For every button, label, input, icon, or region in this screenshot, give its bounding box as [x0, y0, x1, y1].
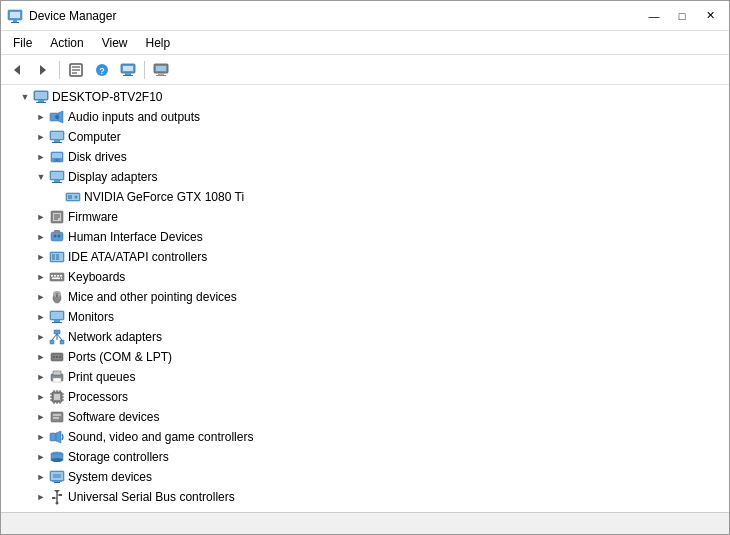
tree-item-disk[interactable]: ► Disk drives [1, 147, 729, 167]
svg-point-42 [75, 196, 78, 199]
tree-item-network[interactable]: ► Network adapters [1, 327, 729, 347]
title-bar-icon [7, 8, 23, 24]
keyboard-toggle[interactable]: ► [33, 269, 49, 285]
toolbar: ? [1, 55, 729, 85]
close-button[interactable]: ✕ [697, 6, 723, 26]
properties-button[interactable] [64, 59, 88, 81]
display-label: Display adapters [68, 170, 157, 184]
tree-root-item[interactable]: ▼ DESKTOP-8TV2F10 [1, 87, 729, 107]
title-bar: Device Manager — □ ✕ [1, 1, 729, 31]
tree-item-audio[interactable]: ► Audio inputs and outputs [1, 107, 729, 127]
status-bar [1, 512, 729, 534]
tree-item-keyboard[interactable]: ► Keyboards [1, 267, 729, 287]
tree-item-display[interactable]: ▼ Display adapters [1, 167, 729, 187]
tree-item-ide[interactable]: ► IDE ATA/ATAPI controllers [1, 247, 729, 267]
ports-toggle[interactable]: ► [33, 349, 49, 365]
software-toggle[interactable]: ► [33, 409, 49, 425]
menu-file[interactable]: File [5, 34, 40, 52]
svg-rect-58 [54, 275, 56, 277]
svg-rect-85 [52, 376, 54, 377]
print-toggle[interactable]: ► [33, 369, 49, 385]
disk-toggle[interactable]: ► [33, 149, 49, 165]
tree-item-print[interactable]: ► Print queues [1, 367, 729, 387]
ide-toggle[interactable]: ► [33, 249, 49, 265]
tree-item-nvidia[interactable]: ► NVIDIA GeForce GTX 1080 Ti [1, 187, 729, 207]
menu-view[interactable]: View [94, 34, 136, 52]
audio-toggle[interactable]: ► [33, 109, 49, 125]
software-label: Software devices [68, 410, 159, 424]
tree-item-computer[interactable]: ► Computer [1, 127, 729, 147]
menu-action[interactable]: Action [42, 34, 91, 52]
svg-point-80 [59, 356, 61, 358]
svg-rect-22 [38, 100, 44, 102]
processors-toggle[interactable]: ► [33, 389, 49, 405]
hid-toggle[interactable]: ► [33, 229, 49, 245]
svg-rect-29 [54, 140, 60, 142]
storage-label: Storage controllers [68, 450, 169, 464]
tree-item-monitors[interactable]: ► Monitors [1, 307, 729, 327]
network-toggle[interactable]: ► [33, 329, 49, 345]
menu-help[interactable]: Help [138, 34, 179, 52]
computer-toggle[interactable]: ► [33, 129, 49, 145]
disk-label: Disk drives [68, 150, 127, 164]
display-toggle[interactable]: ▼ [33, 169, 49, 185]
tree-item-system[interactable]: ► System devices [1, 467, 729, 487]
computer-label: Computer [68, 130, 121, 144]
mice-icon [49, 289, 65, 305]
mice-label: Mice and other pointing devices [68, 290, 237, 304]
monitor-button[interactable] [149, 59, 173, 81]
monitor-icon [153, 62, 169, 78]
tree-item-usb[interactable]: ► Universal Serial Bus controllers [1, 487, 729, 507]
system-toggle[interactable]: ► [33, 469, 49, 485]
usb-label: Universal Serial Bus controllers [68, 490, 235, 504]
computer-icon [120, 62, 136, 78]
svg-rect-57 [51, 275, 53, 277]
tree-item-processors[interactable]: ► Proces [1, 387, 729, 407]
ports-label: Ports (COM & LPT) [68, 350, 172, 364]
audio-label: Audio inputs and outputs [68, 110, 200, 124]
maximize-button[interactable]: □ [669, 6, 695, 26]
tree-item-storage[interactable]: ► Storage controllers [1, 447, 729, 467]
monitors-label: Monitors [68, 310, 114, 324]
sound-toggle[interactable]: ► [33, 429, 49, 445]
help-button[interactable]: ? [90, 59, 114, 81]
toolbar-separator-1 [59, 61, 60, 79]
svg-rect-15 [123, 75, 133, 76]
svg-rect-23 [36, 102, 46, 103]
forward-button[interactable] [31, 59, 55, 81]
monitors-toggle[interactable]: ► [33, 309, 49, 325]
minimize-button[interactable]: — [641, 6, 667, 26]
back-icon [10, 63, 24, 77]
usb-toggle[interactable]: ► [33, 489, 49, 505]
svg-marker-104 [56, 431, 61, 443]
tree-item-mice[interactable]: ► Mice and other pointing devices [1, 287, 729, 307]
scan-computer-button[interactable] [116, 59, 140, 81]
firmware-toggle[interactable]: ► [33, 209, 49, 225]
mice-toggle[interactable]: ► [33, 289, 49, 305]
tree-item-ports[interactable]: ► Ports (COM & LPT) [1, 347, 729, 367]
svg-rect-60 [60, 275, 62, 277]
root-toggle[interactable]: ▼ [17, 89, 33, 105]
svg-rect-21 [35, 92, 47, 99]
storage-toggle[interactable]: ► [33, 449, 49, 465]
svg-rect-17 [156, 66, 166, 71]
tree-item-hid[interactable]: ► Human Interface Devices [1, 227, 729, 247]
tree-item-software[interactable]: ► Software devices [1, 407, 729, 427]
network-label: Network adapters [68, 330, 162, 344]
svg-rect-28 [51, 132, 63, 139]
svg-rect-72 [50, 340, 54, 344]
svg-rect-73 [60, 340, 64, 344]
svg-rect-59 [57, 275, 59, 277]
svg-point-33 [56, 159, 58, 161]
svg-rect-69 [54, 320, 60, 322]
software-icon [49, 409, 65, 425]
system-icon [49, 469, 65, 485]
back-button[interactable] [5, 59, 29, 81]
tree-item-sound[interactable]: ► Sound, video and game controllers [1, 427, 729, 447]
svg-rect-34 [52, 153, 62, 158]
tree-item-firmware[interactable]: ► Firmware [1, 207, 729, 227]
svg-rect-68 [51, 312, 63, 319]
svg-point-107 [51, 458, 63, 462]
monitors-icon [49, 309, 65, 325]
svg-rect-18 [158, 73, 164, 75]
